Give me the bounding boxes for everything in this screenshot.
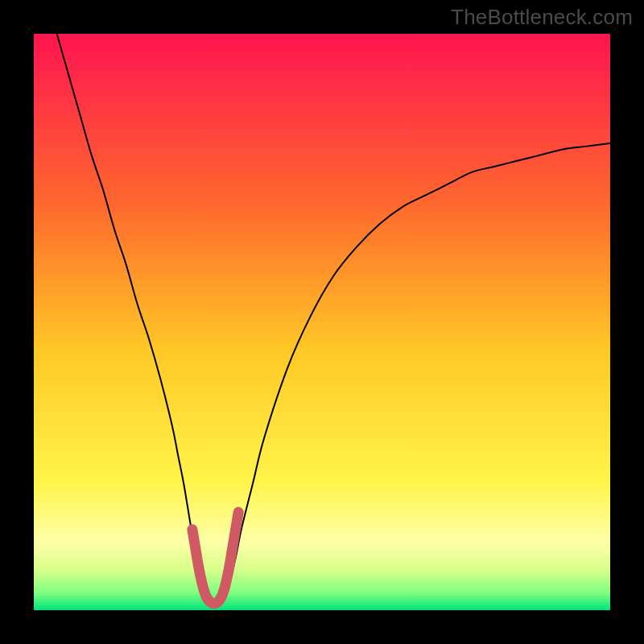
chart-svg (34, 34, 610, 610)
chart-plot-area (34, 34, 610, 610)
watermark-text: TheBottleneck.com (451, 5, 633, 30)
chart-background (34, 34, 610, 610)
chart-frame: TheBottleneck.com (0, 0, 644, 644)
